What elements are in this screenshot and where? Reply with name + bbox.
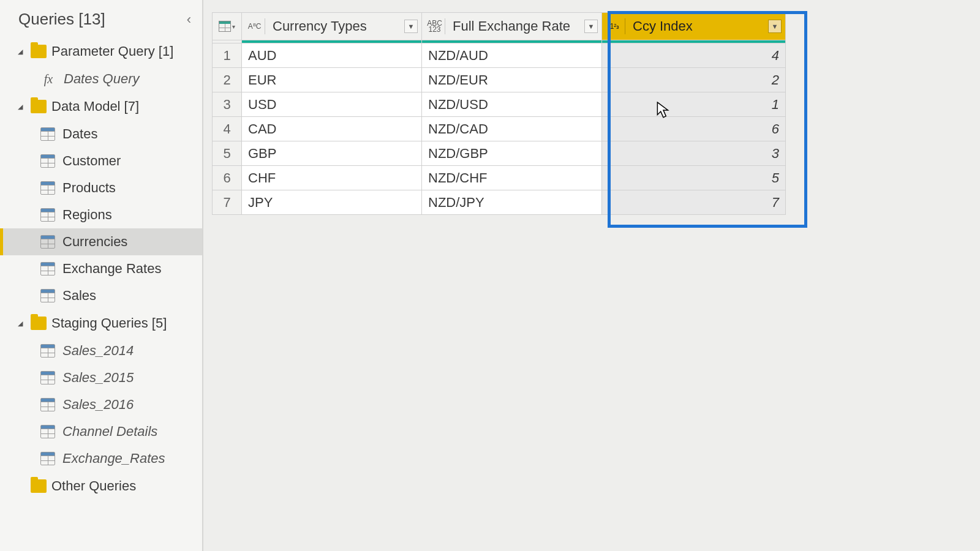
query-item-label: Exchange Rates bbox=[62, 261, 161, 277]
table-row[interactable]: 1AUDNZD/AUD4 bbox=[213, 43, 786, 68]
column-type-icon[interactable]: 1²₃ bbox=[607, 18, 625, 34]
cell-currency-type[interactable]: EUR bbox=[242, 68, 422, 92]
query-item[interactable]: Sales_2014 bbox=[0, 337, 202, 364]
cell-currency-type[interactable]: USD bbox=[242, 92, 422, 117]
table-icon bbox=[40, 181, 55, 195]
table-icon bbox=[40, 289, 55, 302]
query-item-label: Dates Query bbox=[64, 71, 140, 87]
cell-currency-type[interactable]: GBP bbox=[242, 141, 422, 166]
query-item-label: Dates bbox=[62, 126, 97, 142]
query-item[interactable]: Sales_2015 bbox=[0, 364, 202, 391]
table-icon bbox=[40, 235, 55, 249]
table-row[interactable]: 4CADNZD/CAD6 bbox=[213, 117, 786, 141]
cell-ccy-index[interactable]: 6 bbox=[602, 117, 786, 141]
query-item[interactable]: Channel Details bbox=[0, 418, 202, 445]
data-grid: ▾ AᴮCCurrency Types▼ ABC123Full Exchange… bbox=[212, 12, 786, 215]
query-item-label: Regions bbox=[62, 207, 112, 223]
query-item-label: Channel Details bbox=[62, 424, 157, 440]
cell-ccy-index[interactable]: 2 bbox=[602, 68, 786, 92]
column-header-ccy-index[interactable]: 1²₃Ccy Index▼ bbox=[602, 13, 786, 40]
cell-full-exchange-rate[interactable]: NZD/AUD bbox=[422, 43, 602, 68]
cell-full-exchange-rate[interactable]: NZD/CHF bbox=[422, 166, 602, 190]
group-label: Other Queries bbox=[51, 478, 136, 494]
cell-ccy-index[interactable]: 4 bbox=[602, 43, 786, 68]
query-group[interactable]: ◢Parameter Query [1] bbox=[0, 37, 202, 66]
query-item[interactable]: fxDates Query bbox=[0, 66, 202, 92]
column-header-full-exchange-rate[interactable]: ABC123Full Exchange Rate▼ bbox=[422, 13, 602, 40]
row-number[interactable]: 2 bbox=[213, 68, 242, 92]
query-item[interactable]: Exchange Rates bbox=[0, 255, 202, 282]
column-filter-button[interactable]: ▼ bbox=[404, 20, 418, 33]
collapse-sidebar-icon[interactable]: ‹ bbox=[187, 12, 191, 28]
query-item[interactable]: Currencies bbox=[0, 228, 202, 255]
query-group[interactable]: ◢Data Model [7] bbox=[0, 92, 202, 121]
table-icon bbox=[219, 21, 231, 32]
table-icon bbox=[40, 127, 55, 141]
query-item-label: Customer bbox=[62, 153, 121, 169]
cell-full-exchange-rate[interactable]: NZD/JPY bbox=[422, 190, 602, 215]
row-number[interactable]: 6 bbox=[213, 166, 242, 190]
table-menu-button[interactable]: ▾ bbox=[213, 13, 242, 40]
query-item[interactable]: Customer bbox=[0, 148, 202, 174]
table-icon bbox=[40, 425, 55, 438]
table-row[interactable]: 3USDNZD/USD1 bbox=[213, 92, 786, 117]
column-filter-button[interactable]: ▼ bbox=[584, 20, 598, 33]
query-item[interactable]: Dates bbox=[0, 121, 202, 148]
column-label: Ccy Index bbox=[630, 18, 763, 34]
query-item[interactable]: Exchange_Rates bbox=[0, 445, 202, 472]
column-type-icon[interactable]: AᴮC bbox=[247, 18, 265, 34]
row-number[interactable]: 5 bbox=[213, 141, 242, 166]
column-header-currency-types[interactable]: AᴮCCurrency Types▼ bbox=[242, 13, 422, 40]
row-number[interactable]: 3 bbox=[213, 92, 242, 117]
table-icon bbox=[40, 208, 55, 222]
query-item-label: Currencies bbox=[62, 234, 127, 250]
column-filter-button[interactable]: ▼ bbox=[768, 20, 782, 33]
row-number[interactable]: 1 bbox=[213, 43, 242, 68]
queries-sidebar: Queries [13] ‹ ◢Parameter Query [1]fxDat… bbox=[0, 0, 203, 551]
row-number[interactable]: 7 bbox=[213, 190, 242, 215]
cell-ccy-index[interactable]: 5 bbox=[602, 166, 786, 190]
query-item-label: Sales_2015 bbox=[62, 370, 134, 386]
sidebar-title: Queries [13] bbox=[18, 10, 105, 29]
query-item[interactable]: Sales bbox=[0, 282, 202, 309]
table-row[interactable]: 6CHFNZD/CHF5 bbox=[213, 166, 786, 190]
table-row[interactable]: 5GBPNZD/GBP3 bbox=[213, 141, 786, 166]
folder-icon bbox=[31, 45, 47, 58]
sidebar-header: Queries [13] ‹ bbox=[0, 5, 202, 37]
column-type-icon[interactable]: ABC123 bbox=[427, 18, 445, 34]
query-item-label: Sales_2016 bbox=[62, 397, 134, 413]
cell-full-exchange-rate[interactable]: NZD/USD bbox=[422, 92, 602, 117]
fx-icon: fx bbox=[40, 72, 56, 86]
table-icon bbox=[40, 344, 55, 358]
cell-ccy-index[interactable]: 7 bbox=[602, 190, 786, 215]
data-preview-area: ▾ AᴮCCurrency Types▼ ABC123Full Exchange… bbox=[203, 0, 980, 551]
cell-currency-type[interactable]: JPY bbox=[242, 190, 422, 215]
cell-currency-type[interactable]: AUD bbox=[242, 43, 422, 68]
cell-currency-type[interactable]: CHF bbox=[242, 166, 422, 190]
table-row[interactable]: 7JPYNZD/JPY7 bbox=[213, 190, 786, 215]
group-label: Parameter Query [1] bbox=[51, 43, 173, 59]
table-icon bbox=[40, 154, 55, 168]
folder-icon bbox=[31, 479, 47, 493]
group-label: Data Model [7] bbox=[51, 99, 139, 114]
query-item[interactable]: Sales_2016 bbox=[0, 391, 202, 418]
query-group[interactable]: Other Queries bbox=[0, 472, 202, 500]
query-group[interactable]: ◢Staging Queries [5] bbox=[0, 309, 202, 337]
table-row[interactable]: 2EURNZD/EUR2 bbox=[213, 68, 786, 92]
cell-full-exchange-rate[interactable]: NZD/EUR bbox=[422, 68, 602, 92]
chevron-down-icon: ◢ bbox=[18, 320, 24, 328]
cell-ccy-index[interactable]: 1 bbox=[602, 92, 786, 117]
row-number[interactable]: 4 bbox=[213, 117, 242, 141]
cell-full-exchange-rate[interactable]: NZD/GBP bbox=[422, 141, 602, 166]
queries-tree: ◢Parameter Query [1]fxDates Query◢Data M… bbox=[0, 37, 202, 500]
table-icon bbox=[40, 452, 55, 465]
query-item-label: Products bbox=[62, 180, 116, 196]
query-item-label: Sales bbox=[62, 288, 96, 304]
column-label: Full Exchange Rate bbox=[450, 18, 579, 34]
chevron-down-icon: ◢ bbox=[18, 48, 24, 56]
cell-ccy-index[interactable]: 3 bbox=[602, 141, 786, 166]
query-item[interactable]: Regions bbox=[0, 201, 202, 228]
cell-full-exchange-rate[interactable]: NZD/CAD bbox=[422, 117, 602, 141]
cell-currency-type[interactable]: CAD bbox=[242, 117, 422, 141]
query-item[interactable]: Products bbox=[0, 174, 202, 201]
